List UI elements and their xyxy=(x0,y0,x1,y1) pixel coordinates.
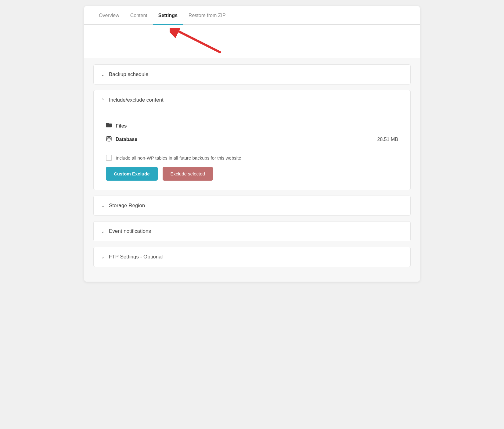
chevron-down-icon-2: ⌄ xyxy=(101,203,105,208)
tab-restore-zip[interactable]: Restore from ZIP xyxy=(183,6,231,25)
content-area: ⌄ Backup schedule ⌃ Include/exclude cont… xyxy=(84,58,420,282)
files-label: Files xyxy=(116,123,398,129)
accordion-event-notifications-header[interactable]: ⌄ Event notifications xyxy=(94,222,410,241)
accordion-include-exclude: ⌃ Include/exclude content Files xyxy=(93,90,411,190)
database-size: 28.51 MB xyxy=(377,137,398,142)
database-label: Database xyxy=(116,137,377,142)
chevron-down-icon: ⌄ xyxy=(101,72,105,77)
chevron-down-icon-4: ⌄ xyxy=(101,254,105,259)
ftp-settings-title: FTP Settings - Optional xyxy=(109,254,163,260)
accordion-event-notifications: ⌄ Event notifications xyxy=(93,221,411,241)
files-row: Files xyxy=(106,119,398,132)
action-buttons-row: Custom Exclude Exclude selected xyxy=(106,167,398,181)
svg-point-2 xyxy=(106,136,111,138)
tabs-bar: Overview Content Settings Restore from Z… xyxy=(84,6,420,25)
chevron-down-icon-3: ⌄ xyxy=(101,229,105,234)
database-icon xyxy=(106,135,112,143)
tab-content[interactable]: Content xyxy=(125,6,153,25)
red-arrow-icon xyxy=(170,28,225,55)
non-wp-tables-checkbox-row: Include all non-WP tables in all future … xyxy=(106,155,398,161)
accordion-ftp-settings: ⌄ FTP Settings - Optional xyxy=(93,247,411,267)
accordion-ftp-settings-header[interactable]: ⌄ FTP Settings - Optional xyxy=(94,247,410,267)
tab-overview[interactable]: Overview xyxy=(93,6,125,25)
folder-icon xyxy=(106,122,112,129)
accordion-storage-region-header[interactable]: ⌄ Storage Region xyxy=(94,196,410,215)
non-wp-tables-checkbox[interactable] xyxy=(106,155,112,161)
include-exclude-title: Include/exclude content xyxy=(109,97,164,103)
exclude-selected-button[interactable]: Exclude selected xyxy=(163,167,213,181)
backup-schedule-title: Backup schedule xyxy=(109,71,148,78)
arrow-annotation xyxy=(84,25,420,58)
event-notifications-title: Event notifications xyxy=(109,228,151,234)
non-wp-tables-label[interactable]: Include all non-WP tables in all future … xyxy=(116,155,241,160)
chevron-up-icon: ⌃ xyxy=(101,98,105,103)
include-exclude-body: Files Database 28.51 MB xyxy=(94,110,410,190)
database-row: Database 28.51 MB xyxy=(106,132,398,146)
custom-exclude-button[interactable]: Custom Exclude xyxy=(106,167,158,181)
accordion-storage-region: ⌄ Storage Region xyxy=(93,196,411,216)
accordion-include-exclude-header[interactable]: ⌃ Include/exclude content xyxy=(94,90,410,110)
accordion-backup-schedule-header[interactable]: ⌄ Backup schedule xyxy=(94,65,410,84)
tab-settings[interactable]: Settings xyxy=(153,6,183,25)
accordion-backup-schedule: ⌄ Backup schedule xyxy=(93,64,411,85)
storage-region-title: Storage Region xyxy=(109,203,145,209)
page-container: Overview Content Settings Restore from Z… xyxy=(84,6,420,282)
svg-line-1 xyxy=(179,31,220,52)
